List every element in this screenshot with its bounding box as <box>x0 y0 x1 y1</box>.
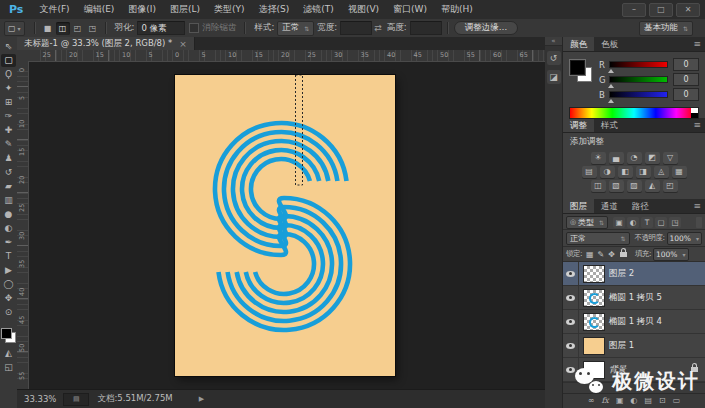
threshold-icon[interactable]: ▨ <box>627 180 642 192</box>
layer-style-icon[interactable]: fx <box>601 394 608 408</box>
foreground-color-swatch[interactable] <box>1 328 12 339</box>
channel-mixer-icon[interactable]: ◬ <box>654 166 669 178</box>
levels-icon[interactable]: ▄ <box>609 152 624 164</box>
lock-transparent-icon[interactable]: ▦ <box>586 250 594 259</box>
tab-color[interactable]: 颜色 <box>563 37 594 51</box>
menu-image[interactable]: 图像(I) <box>121 3 163 16</box>
invert-icon[interactable]: ◫ <box>591 180 606 192</box>
window-minimize-button[interactable]: – <box>622 3 646 17</box>
subtract-from-selection-button[interactable]: ◰ <box>71 22 85 35</box>
lock-move-icon[interactable]: ✥ <box>608 250 615 259</box>
tool-brush[interactable]: ✎ <box>1 138 16 151</box>
tab-styles[interactable]: 样式 <box>594 118 625 132</box>
new-layer-icon[interactable]: ⊡ <box>659 394 666 408</box>
blue-slider[interactable] <box>609 91 668 98</box>
swap-dimensions-icon[interactable]: ⇄ <box>374 23 382 33</box>
menu-filter[interactable]: 滤镜(T) <box>296 3 341 16</box>
opacity-select[interactable]: 100% ▾ <box>667 232 702 245</box>
canvas[interactable] <box>175 75 395 376</box>
slider-thumb[interactable] <box>608 99 614 103</box>
curves-icon[interactable]: ◔ <box>627 152 642 164</box>
tool-dodge[interactable]: ◐ <box>1 222 16 235</box>
window-maximize-button[interactable]: □ <box>649 3 673 17</box>
tab-swatches[interactable]: 色板 <box>594 37 625 51</box>
tool-hand[interactable]: ✥ <box>1 292 16 305</box>
filter-smart-objects-icon[interactable]: ◳ <box>669 217 681 228</box>
lock-all-icon[interactable] <box>620 252 627 257</box>
layer-thumbnail[interactable] <box>584 290 604 306</box>
visibility-toggle[interactable] <box>563 310 579 333</box>
tool-crop[interactable]: ⊞ <box>1 96 16 109</box>
tool-quick-mask[interactable]: ◭ <box>1 347 16 360</box>
visibility-toggle[interactable] <box>563 262 579 285</box>
red-slider[interactable] <box>609 61 668 68</box>
lock-paint-icon[interactable]: ✎ <box>598 250 605 259</box>
menu-view[interactable]: 视图(V) <box>341 3 386 16</box>
tab-channels[interactable]: 通道 <box>594 199 625 213</box>
gradient-map-icon[interactable]: ◰ <box>663 180 678 192</box>
close-tab-icon[interactable]: × <box>179 39 187 49</box>
tool-history-brush[interactable]: ↺ <box>1 166 16 179</box>
tool-eyedropper[interactable]: ✑ <box>1 110 16 123</box>
slider-thumb[interactable] <box>608 84 614 88</box>
tool-pen[interactable]: ✒ <box>1 236 16 249</box>
menu-select[interactable]: 选择(S) <box>252 3 297 16</box>
layer-row-ellipse-copy4[interactable]: 椭圆 1 拷贝 4 <box>563 310 705 334</box>
fill-select[interactable]: 100% ▾ <box>653 248 688 261</box>
tool-blur[interactable]: ● <box>1 208 16 221</box>
tab-adjustments[interactable]: 调整 <box>563 118 594 132</box>
style-select[interactable]: 正常 ⇅ <box>277 21 314 36</box>
vertical-ruler[interactable]: 0510152025303540455055 <box>17 61 29 390</box>
blue-value-field[interactable]: 0 <box>673 88 699 101</box>
filter-pixel-layers-icon[interactable]: ▣ <box>613 217 625 228</box>
color-balance-icon[interactable]: ◑ <box>600 166 615 178</box>
properties-panel-icon[interactable]: ◪ <box>547 70 561 84</box>
red-value-field[interactable]: 0 <box>673 58 699 71</box>
green-slider[interactable] <box>609 76 668 83</box>
tool-quick-select[interactable]: ✦ <box>1 82 16 95</box>
window-close-button[interactable]: ✕ <box>676 3 700 17</box>
exposure-icon[interactable]: ◩ <box>645 152 660 164</box>
tool-eraser[interactable]: ▰ <box>1 180 16 193</box>
blend-mode-select[interactable]: 正常 ⇅ <box>566 232 630 245</box>
new-adjustment-layer-icon[interactable]: ◐ <box>630 394 637 408</box>
menu-type[interactable]: 类型(Y) <box>207 3 252 16</box>
workspace-switcher[interactable]: 基本功能 ⇅ <box>639 21 693 36</box>
tool-type[interactable]: T <box>1 250 16 263</box>
tool-screen-mode[interactable]: ◱ <box>1 361 16 374</box>
layer-row-ellipse-copy5[interactable]: 椭圆 1 拷贝 5 <box>563 286 705 310</box>
add-to-selection-button[interactable]: ◫ <box>56 22 70 35</box>
layer-thumbnail[interactable] <box>584 338 604 354</box>
filter-toggle-switch[interactable] <box>696 217 702 228</box>
new-selection-button[interactable]: ■ <box>41 22 55 35</box>
tool-healing-brush[interactable]: ✚ <box>1 124 16 137</box>
posterize-icon[interactable]: ▧ <box>609 180 624 192</box>
horizontal-ruler[interactable]: 25201510505101520253035404550556065 <box>28 50 545 62</box>
tool-path-select[interactable]: ▶ <box>1 264 16 277</box>
layer-thumbnail[interactable] <box>584 266 604 282</box>
document-tab[interactable]: 未标题-1 @ 33.3% (图层 2, RGB/8) * × <box>17 37 195 50</box>
tab-layers[interactable]: 图层 <box>563 199 594 213</box>
menu-edit[interactable]: 编辑(E) <box>77 3 122 16</box>
tool-move[interactable]: ⇖ <box>1 40 16 53</box>
foreground-color-swatch[interactable] <box>570 60 585 75</box>
delete-layer-icon[interactable]: ▭ <box>673 394 681 408</box>
menu-help[interactable]: 帮助(H) <box>434 3 480 16</box>
height-input[interactable] <box>410 21 442 35</box>
collapse-panels-button[interactable]: « <box>545 37 562 46</box>
tool-preset-picker[interactable]: ▢ ▾ <box>4 21 25 36</box>
panel-menu-icon[interactable]: ≡ <box>689 37 705 51</box>
hue-saturation-icon[interactable]: ▤ <box>582 166 597 178</box>
visibility-toggle[interactable] <box>563 286 579 309</box>
tab-paths[interactable]: 路径 <box>625 199 656 213</box>
color-spectrum-bar[interactable] <box>569 107 699 119</box>
new-group-icon[interactable]: ▤ <box>644 394 652 408</box>
panel-menu-icon[interactable]: ≡ <box>689 118 705 132</box>
feather-input[interactable]: 0 像素 <box>137 21 185 35</box>
intersect-selection-button[interactable]: ◳ <box>86 22 100 35</box>
panel-menu-icon[interactable]: ≡ <box>689 199 705 213</box>
tool-gradient[interactable]: ▥ <box>1 194 16 207</box>
link-layers-icon[interactable]: ∞ <box>588 394 595 408</box>
layer-thumbnail[interactable] <box>584 314 604 330</box>
slider-thumb[interactable] <box>608 69 614 73</box>
